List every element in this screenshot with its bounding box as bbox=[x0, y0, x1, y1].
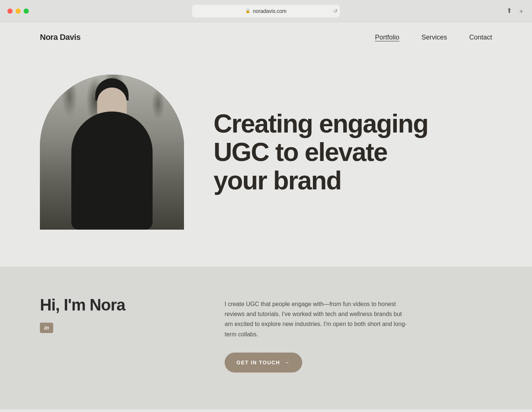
hero-heading-line1: Creating engaging bbox=[214, 109, 428, 138]
linkedin-icon: in bbox=[44, 325, 49, 331]
reload-button[interactable]: ↺ bbox=[333, 8, 338, 14]
nav-portfolio[interactable]: Portfolio bbox=[375, 34, 399, 41]
share-icon[interactable]: ⬆ bbox=[507, 7, 512, 16]
about-right: I create UGC that people engage with—fro… bbox=[225, 296, 492, 372]
hero-heading-line2: UGC to elevate bbox=[214, 138, 387, 166]
new-tab-icon[interactable]: ＋ bbox=[518, 7, 525, 16]
close-button[interactable] bbox=[7, 8, 13, 14]
cta-arrow-icon: → bbox=[284, 359, 290, 366]
hero-image bbox=[40, 75, 184, 230]
browser-chrome: 🔒 noradavis.com ↺ ⬆ ＋ bbox=[0, 0, 532, 22]
hero-heading-line3: your brand bbox=[214, 166, 341, 195]
about-left: Hi, I'm Nora in bbox=[40, 296, 151, 333]
navigation: Nora Davis Portfolio Services Contact bbox=[0, 22, 532, 52]
hero-section: Creating engaging UGC to elevate your br… bbox=[0, 52, 532, 267]
maximize-button[interactable] bbox=[24, 8, 29, 14]
about-text: I create UGC that people engage with—fro… bbox=[225, 299, 409, 339]
site-logo[interactable]: Nora Davis bbox=[40, 32, 81, 42]
browser-actions: ⬆ ＋ bbox=[507, 7, 525, 16]
linkedin-badge[interactable]: in bbox=[40, 323, 53, 333]
hero-heading: Creating engaging UGC to elevate your br… bbox=[214, 110, 492, 195]
nav-services[interactable]: Services bbox=[422, 34, 447, 41]
hero-text: Creating engaging UGC to elevate your br… bbox=[214, 110, 492, 195]
url-text: noradavis.com bbox=[253, 8, 286, 14]
get-in-touch-button[interactable]: GET IN TOUCH → bbox=[225, 353, 302, 372]
about-heading: Hi, I'm Nora bbox=[40, 296, 151, 314]
lock-icon: 🔒 bbox=[245, 8, 250, 13]
address-bar[interactable]: 🔒 noradavis.com ↺ bbox=[192, 5, 340, 17]
person-body bbox=[71, 111, 153, 230]
person-shape bbox=[60, 89, 164, 230]
minimize-button[interactable] bbox=[16, 8, 21, 14]
about-section: Hi, I'm Nora in I create UGC that people… bbox=[0, 267, 532, 409]
website: Nora Davis Portfolio Services Contact C bbox=[0, 22, 532, 409]
traffic-lights bbox=[7, 8, 29, 14]
nav-links: Portfolio Services Contact bbox=[375, 34, 492, 41]
nav-contact[interactable]: Contact bbox=[469, 34, 492, 41]
hero-image-container bbox=[40, 75, 184, 230]
cta-label: GET IN TOUCH bbox=[236, 360, 280, 365]
